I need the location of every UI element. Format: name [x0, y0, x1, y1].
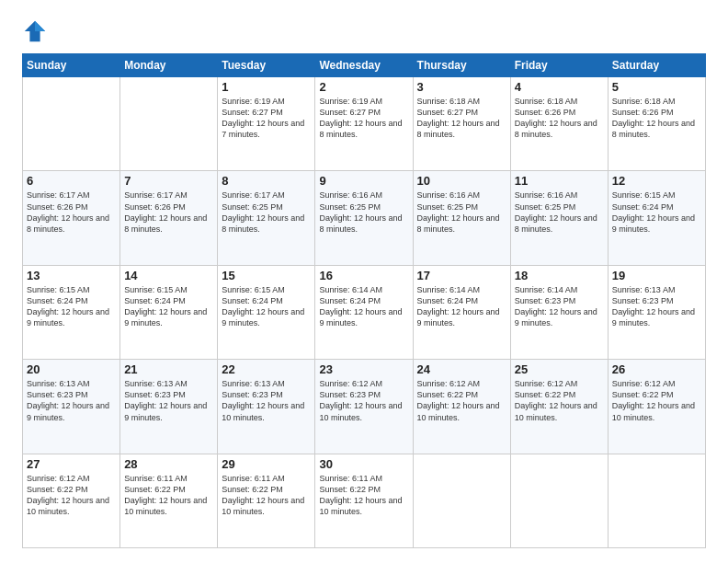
day-number: 26	[612, 362, 701, 376]
calendar-cell: 8Sunrise: 6:17 AM Sunset: 6:25 PM Daylig…	[218, 171, 315, 265]
calendar-cell: 22Sunrise: 6:13 AM Sunset: 6:23 PM Dayli…	[218, 360, 315, 454]
day-number: 6	[27, 174, 116, 188]
calendar-week-1: 1Sunrise: 6:19 AM Sunset: 6:27 PM Daylig…	[23, 77, 706, 171]
calendar-week-4: 20Sunrise: 6:13 AM Sunset: 6:23 PM Dayli…	[23, 360, 706, 454]
calendar-week-5: 27Sunrise: 6:12 AM Sunset: 6:22 PM Dayli…	[23, 454, 706, 547]
day-detail: Sunrise: 6:11 AM Sunset: 6:22 PM Dayligh…	[124, 473, 213, 518]
weekday-header-tuesday: Tuesday	[218, 54, 315, 77]
calendar-cell: 21Sunrise: 6:13 AM Sunset: 6:23 PM Dayli…	[120, 360, 218, 454]
day-number: 14	[124, 269, 213, 282]
day-number: 12	[612, 174, 701, 188]
day-detail: Sunrise: 6:15 AM Sunset: 6:24 PM Dayligh…	[27, 284, 116, 329]
calendar-cell: 6Sunrise: 6:17 AM Sunset: 6:26 PM Daylig…	[23, 171, 120, 265]
weekday-header-wednesday: Wednesday	[315, 54, 413, 77]
calendar-cell: 18Sunrise: 6:14 AM Sunset: 6:23 PM Dayli…	[510, 265, 608, 359]
weekday-header-sunday: Sunday	[23, 54, 120, 77]
header	[22, 18, 706, 44]
day-number: 18	[515, 269, 604, 282]
day-detail: Sunrise: 6:13 AM Sunset: 6:23 PM Dayligh…	[222, 378, 311, 423]
day-detail: Sunrise: 6:14 AM Sunset: 6:24 PM Dayligh…	[417, 284, 506, 329]
day-detail: Sunrise: 6:18 AM Sunset: 6:26 PM Dayligh…	[515, 96, 604, 141]
calendar-cell: 1Sunrise: 6:19 AM Sunset: 6:27 PM Daylig…	[218, 77, 315, 171]
day-detail: Sunrise: 6:17 AM Sunset: 6:26 PM Dayligh…	[124, 190, 213, 235]
day-number: 5	[612, 80, 701, 94]
day-number: 19	[612, 269, 701, 282]
day-number: 3	[417, 80, 506, 94]
calendar-cell	[23, 77, 120, 171]
calendar-cell: 2Sunrise: 6:19 AM Sunset: 6:27 PM Daylig…	[315, 77, 413, 171]
day-detail: Sunrise: 6:19 AM Sunset: 6:27 PM Dayligh…	[222, 96, 311, 141]
logo-icon	[22, 18, 48, 44]
day-detail: Sunrise: 6:16 AM Sunset: 6:25 PM Dayligh…	[417, 190, 506, 235]
day-number: 10	[417, 174, 506, 188]
calendar-cell: 28Sunrise: 6:11 AM Sunset: 6:22 PM Dayli…	[120, 454, 218, 547]
day-number: 22	[222, 362, 311, 376]
calendar-cell: 30Sunrise: 6:11 AM Sunset: 6:22 PM Dayli…	[315, 454, 413, 547]
calendar-cell: 13Sunrise: 6:15 AM Sunset: 6:24 PM Dayli…	[23, 265, 120, 359]
day-number: 4	[515, 80, 604, 94]
calendar-cell: 3Sunrise: 6:18 AM Sunset: 6:27 PM Daylig…	[413, 77, 510, 171]
weekday-header-friday: Friday	[510, 54, 608, 77]
calendar-cell: 7Sunrise: 6:17 AM Sunset: 6:26 PM Daylig…	[120, 171, 218, 265]
day-detail: Sunrise: 6:15 AM Sunset: 6:24 PM Dayligh…	[124, 284, 213, 329]
calendar-cell: 4Sunrise: 6:18 AM Sunset: 6:26 PM Daylig…	[510, 77, 608, 171]
weekday-header-saturday: Saturday	[608, 54, 705, 77]
day-detail: Sunrise: 6:17 AM Sunset: 6:25 PM Dayligh…	[222, 190, 311, 235]
day-detail: Sunrise: 6:13 AM Sunset: 6:23 PM Dayligh…	[27, 378, 116, 423]
day-detail: Sunrise: 6:13 AM Sunset: 6:23 PM Dayligh…	[124, 378, 213, 423]
calendar-cell	[120, 77, 218, 171]
day-number: 16	[319, 269, 408, 282]
day-detail: Sunrise: 6:11 AM Sunset: 6:22 PM Dayligh…	[319, 473, 408, 518]
calendar-cell: 17Sunrise: 6:14 AM Sunset: 6:24 PM Dayli…	[413, 265, 510, 359]
day-detail: Sunrise: 6:13 AM Sunset: 6:23 PM Dayligh…	[612, 284, 701, 329]
calendar-cell	[608, 454, 705, 547]
day-number: 25	[515, 362, 604, 376]
day-detail: Sunrise: 6:12 AM Sunset: 6:22 PM Dayligh…	[612, 378, 701, 423]
day-detail: Sunrise: 6:15 AM Sunset: 6:24 PM Dayligh…	[612, 190, 701, 235]
weekday-header-monday: Monday	[120, 54, 218, 77]
day-detail: Sunrise: 6:14 AM Sunset: 6:23 PM Dayligh…	[515, 284, 604, 329]
day-number: 30	[319, 457, 408, 471]
calendar-cell: 23Sunrise: 6:12 AM Sunset: 6:23 PM Dayli…	[315, 360, 413, 454]
calendar-cell: 14Sunrise: 6:15 AM Sunset: 6:24 PM Dayli…	[120, 265, 218, 359]
day-detail: Sunrise: 6:12 AM Sunset: 6:22 PM Dayligh…	[27, 473, 116, 518]
day-detail: Sunrise: 6:18 AM Sunset: 6:26 PM Dayligh…	[612, 96, 701, 141]
day-number: 9	[319, 174, 408, 188]
day-number: 11	[515, 174, 604, 188]
day-number: 15	[222, 269, 311, 282]
day-detail: Sunrise: 6:18 AM Sunset: 6:27 PM Dayligh…	[417, 96, 506, 141]
calendar-week-3: 13Sunrise: 6:15 AM Sunset: 6:24 PM Dayli…	[23, 265, 706, 359]
day-number: 8	[222, 174, 311, 188]
page: SundayMondayTuesdayWednesdayThursdayFrid…	[0, 0, 728, 563]
calendar-cell: 19Sunrise: 6:13 AM Sunset: 6:23 PM Dayli…	[608, 265, 705, 359]
calendar-cell: 27Sunrise: 6:12 AM Sunset: 6:22 PM Dayli…	[23, 454, 120, 547]
calendar-cell: 9Sunrise: 6:16 AM Sunset: 6:25 PM Daylig…	[315, 171, 413, 265]
calendar-cell: 10Sunrise: 6:16 AM Sunset: 6:25 PM Dayli…	[413, 171, 510, 265]
day-number: 27	[27, 457, 116, 471]
day-number: 23	[319, 362, 408, 376]
calendar-cell	[413, 454, 510, 547]
weekday-header-thursday: Thursday	[413, 54, 510, 77]
day-detail: Sunrise: 6:16 AM Sunset: 6:25 PM Dayligh…	[515, 190, 604, 235]
day-detail: Sunrise: 6:15 AM Sunset: 6:24 PM Dayligh…	[222, 284, 311, 329]
logo	[22, 18, 51, 44]
day-detail: Sunrise: 6:12 AM Sunset: 6:22 PM Dayligh…	[515, 378, 604, 423]
calendar-week-2: 6Sunrise: 6:17 AM Sunset: 6:26 PM Daylig…	[23, 171, 706, 265]
calendar-cell: 12Sunrise: 6:15 AM Sunset: 6:24 PM Dayli…	[608, 171, 705, 265]
weekday-header-row: SundayMondayTuesdayWednesdayThursdayFrid…	[23, 54, 706, 77]
day-number: 7	[124, 174, 213, 188]
calendar-cell: 11Sunrise: 6:16 AM Sunset: 6:25 PM Dayli…	[510, 171, 608, 265]
day-detail: Sunrise: 6:17 AM Sunset: 6:26 PM Dayligh…	[27, 190, 116, 235]
day-number: 2	[319, 80, 408, 94]
day-detail: Sunrise: 6:11 AM Sunset: 6:22 PM Dayligh…	[222, 473, 311, 518]
day-number: 24	[417, 362, 506, 376]
calendar-cell	[510, 454, 608, 547]
calendar-cell: 5Sunrise: 6:18 AM Sunset: 6:26 PM Daylig…	[608, 77, 705, 171]
day-detail: Sunrise: 6:12 AM Sunset: 6:23 PM Dayligh…	[319, 378, 408, 423]
day-detail: Sunrise: 6:16 AM Sunset: 6:25 PM Dayligh…	[319, 190, 408, 235]
day-number: 17	[417, 269, 506, 282]
day-number: 28	[124, 457, 213, 471]
day-detail: Sunrise: 6:12 AM Sunset: 6:22 PM Dayligh…	[417, 378, 506, 423]
calendar-cell: 20Sunrise: 6:13 AM Sunset: 6:23 PM Dayli…	[23, 360, 120, 454]
day-number: 13	[27, 269, 116, 282]
